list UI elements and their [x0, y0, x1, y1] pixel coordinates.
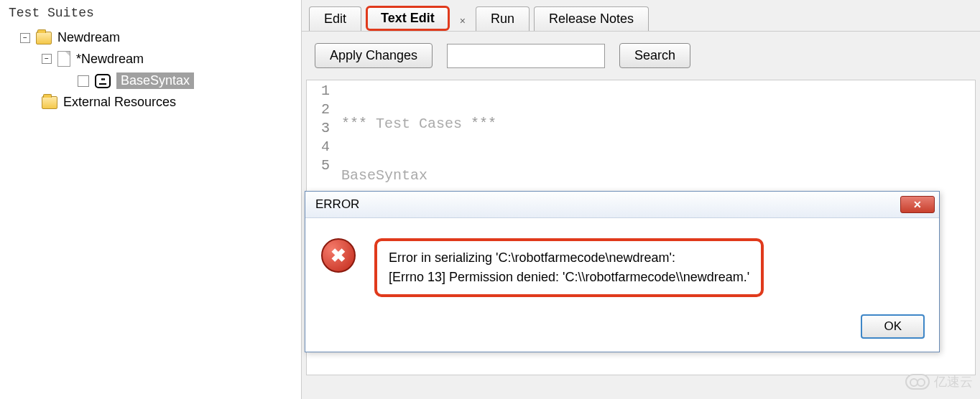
- tab-edit[interactable]: Edit: [309, 6, 361, 31]
- robot-icon: [95, 74, 111, 88]
- checkbox-icon[interactable]: [78, 75, 89, 87]
- dialog-title: ERROR: [315, 197, 359, 212]
- watermark: 亿速云: [905, 373, 973, 390]
- tree-node-leaf[interactable]: BaseSyntax: [6, 70, 301, 92]
- test-suites-panel: Test Suites − Newdream − *Newdream BaseS…: [0, 0, 302, 399]
- tree-label: External Resources: [63, 95, 176, 110]
- tree-label: Newdream: [57, 30, 120, 45]
- tree-node-root[interactable]: − Newdream: [6, 27, 301, 48]
- search-input[interactable]: [447, 44, 605, 68]
- tab-release-notes[interactable]: Release Notes: [534, 6, 649, 31]
- folder-icon: [42, 96, 57, 109]
- cloud-icon: [905, 374, 930, 390]
- dialog-close-button[interactable]: ✕: [900, 196, 935, 213]
- error-dialog: ERROR ✕ ✖ Error in serializing 'C:\robot…: [305, 191, 940, 352]
- ok-button[interactable]: OK: [861, 314, 925, 339]
- main-panel: Edit Text Edit × Run Release Notes Apply…: [302, 0, 980, 399]
- dialog-titlebar[interactable]: ERROR ✕: [305, 192, 939, 218]
- panel-title: Test Suites: [0, 6, 301, 27]
- error-message: Error in serializing 'C:\robotfarmecode\…: [374, 238, 764, 297]
- file-icon: [57, 51, 70, 67]
- collapse-icon[interactable]: −: [20, 33, 30, 43]
- tree-node-external[interactable]: External Resources: [6, 92, 301, 113]
- tab-run[interactable]: Run: [476, 6, 530, 31]
- tab-bar: Edit Text Edit × Run Release Notes: [302, 0, 980, 31]
- tree-label: *Newdream: [76, 52, 144, 67]
- toolbar: Apply Changes Search: [302, 31, 980, 80]
- tree-label-selected: BaseSyntax: [116, 72, 194, 89]
- error-icon: ✖: [321, 238, 356, 273]
- collapse-icon[interactable]: −: [42, 54, 52, 64]
- folder-icon: [36, 32, 52, 44]
- tab-text-edit[interactable]: Text Edit: [366, 6, 450, 31]
- apply-changes-button[interactable]: Apply Changes: [315, 43, 433, 68]
- tree-node-child[interactable]: − *Newdream: [6, 48, 301, 70]
- tab-close-button[interactable]: ×: [454, 11, 471, 31]
- search-button[interactable]: Search: [619, 43, 690, 68]
